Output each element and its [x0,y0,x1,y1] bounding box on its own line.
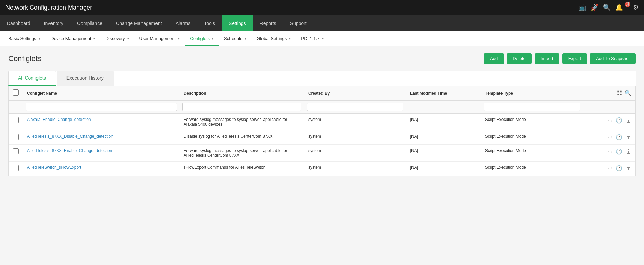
bell-icon[interactable]: 🔔 [615,4,623,11]
row-checkbox-3[interactable] [13,165,19,171]
row-checkbox-cell [9,130,23,145]
push-icon-1[interactable]: ⇨ [608,134,612,140]
column-search-icon[interactable]: 🔍 [625,90,631,96]
filter-description-cell [180,100,304,113]
filter-template-type-input[interactable] [484,103,580,111]
tabs-bar: All Configlets Execution History [8,71,636,86]
row-description-3: sFlowExport Commands for Allies TeleSwit… [180,162,304,176]
rocket-icon[interactable]: 🚀 [591,4,598,11]
row-template-type-0: Script Execution Mode [481,113,583,130]
subnav-basic-settings-label: Basic Settings [8,36,36,41]
row-name-1: AlliedTelesis_87XX_Disable_Change_detect… [23,130,180,145]
delete-row-icon-1[interactable]: 🗑 [626,134,631,140]
nav-item-dashboard[interactable]: Dashboard [0,15,37,31]
row-created-by-0: system [304,113,406,130]
row-actions-2: ⇨ 🕐 🗑 [583,145,635,162]
page-header: Configlets Add Delete Import Export Add … [8,53,636,64]
subnav-schedule-label: Schedule [224,36,242,41]
delete-row-icon-2[interactable]: 🗑 [626,149,631,155]
main-content: Configlets Add Delete Import Export Add … [0,46,644,183]
row-description-1: Disable syslog for AlliedTelesis CenterC… [180,130,304,145]
subnav-device-management[interactable]: Device Management ▼ [46,31,101,46]
history-icon-1[interactable]: 🕐 [616,134,623,140]
delete-row-icon-3[interactable]: 🗑 [626,165,631,171]
th-template-type: Template Type [481,86,583,100]
filter-description-input[interactable] [182,103,301,111]
chevron-down-icon: ▼ [211,37,214,40]
filter-row [9,100,635,113]
row-template-type-1: Script Execution Mode [481,130,583,145]
row-name-0: Alaxala_Enable_Change_detection [23,113,180,130]
subnav-device-management-label: Device Management [50,36,91,41]
row-last-modified-1: [NA] [406,130,481,145]
row-checkbox-1[interactable] [13,134,19,140]
nav-item-compliance[interactable]: Compliance [70,15,109,31]
notification-badge: 3 [625,2,630,7]
history-icon-0[interactable]: 🕐 [616,117,623,124]
nav-item-settings[interactable]: Settings [222,15,253,31]
push-icon-2[interactable]: ⇨ [608,148,612,155]
chevron-down-icon: ▼ [288,37,291,40]
tab-execution-history[interactable]: Execution History [57,71,114,86]
delete-row-icon-0[interactable]: 🗑 [626,117,631,124]
nav-item-reports[interactable]: Reports [253,15,283,31]
filter-created-by-input[interactable] [307,103,403,111]
row-actions-1: ⇨ 🕐 🗑 [583,130,635,145]
select-all-checkbox[interactable] [13,89,19,96]
subnav-schedule[interactable]: Schedule ▼ [219,31,252,46]
row-description-2: Forward syslog messages to syslog server… [180,145,304,162]
nav-item-alarms[interactable]: Alarms [169,15,197,31]
table-header-row: Configlet Name Description Created By La… [9,86,635,100]
subnav-discovery[interactable]: Discovery ▼ [101,31,134,46]
row-checkbox-2[interactable] [13,148,19,154]
subnav-configlets[interactable]: Configlets ▼ [185,31,219,46]
tab-all-configlets[interactable]: All Configlets [8,71,56,86]
nav-item-support[interactable]: Support [283,15,314,31]
row-name-2: AlliedTelesis_87XX_Enable_Change_detecti… [23,145,180,162]
monitor-icon[interactable]: 📺 [579,4,586,11]
app-title: Network Configuration Manager [5,4,92,11]
chevron-down-icon: ▼ [244,37,247,40]
add-to-snapshot-button[interactable]: Add To Snapshot [590,53,636,64]
nav-item-change-management[interactable]: Change Management [109,15,169,31]
add-button[interactable]: Add [484,53,504,64]
row-last-modified-3: [NA] [406,162,481,176]
subnav-global-settings-label: Global Settings [257,36,287,41]
gear-icon[interactable]: ⚙ [633,4,639,11]
th-created-by: Created By [304,86,406,100]
row-template-type-3: Script Execution Mode [481,162,583,176]
filter-name-input[interactable] [26,103,177,111]
row-checkbox-0[interactable] [13,117,19,123]
row-checkbox-cell [9,145,23,162]
filter-actions-cell [583,100,635,113]
history-icon-2[interactable]: 🕐 [616,148,623,155]
filter-template-type-cell [481,100,583,113]
row-checkbox-cell [9,113,23,130]
row-actions-0: ⇨ 🕐 🗑 [583,113,635,130]
chevron-down-icon: ▼ [177,37,180,40]
export-button[interactable]: Export [562,53,587,64]
nav-item-inventory[interactable]: Inventory [37,15,71,31]
page-title: Configlets [8,54,42,63]
push-icon-3[interactable]: ⇨ [608,165,612,171]
table-row: AlliedTelesis_87XX_Enable_Change_detecti… [9,145,635,162]
subnav-basic-settings[interactable]: Basic Settings ▼ [3,31,46,46]
history-icon-3[interactable]: 🕐 [616,165,623,171]
subnav-pci[interactable]: PCI 1.1.7 ▼ [296,31,329,46]
chevron-down-icon: ▼ [126,37,130,40]
subnav-user-management[interactable]: User Management ▼ [134,31,185,46]
filter-created-by-cell [304,100,406,113]
delete-button[interactable]: Delete [507,53,532,64]
subnav-configlets-label: Configlets [190,36,210,41]
row-description-0: Forward syslog messages to syslog server… [180,113,304,130]
chevron-down-icon: ▼ [38,37,41,40]
search-icon[interactable]: 🔍 [603,4,611,11]
grid-view-icon[interactable]: ☷ [617,90,622,96]
configlets-table: Configlet Name Description Created By La… [9,86,635,176]
import-button[interactable]: Import [535,53,559,64]
subnav-global-settings[interactable]: Global Settings ▼ [252,31,296,46]
row-name-3: AlliedTeleSwitch_sFlowExport [23,162,180,176]
nav-item-tools[interactable]: Tools [197,15,222,31]
table-row: AlliedTelesis_87XX_Disable_Change_detect… [9,130,635,145]
push-icon-0[interactable]: ⇨ [608,117,612,124]
